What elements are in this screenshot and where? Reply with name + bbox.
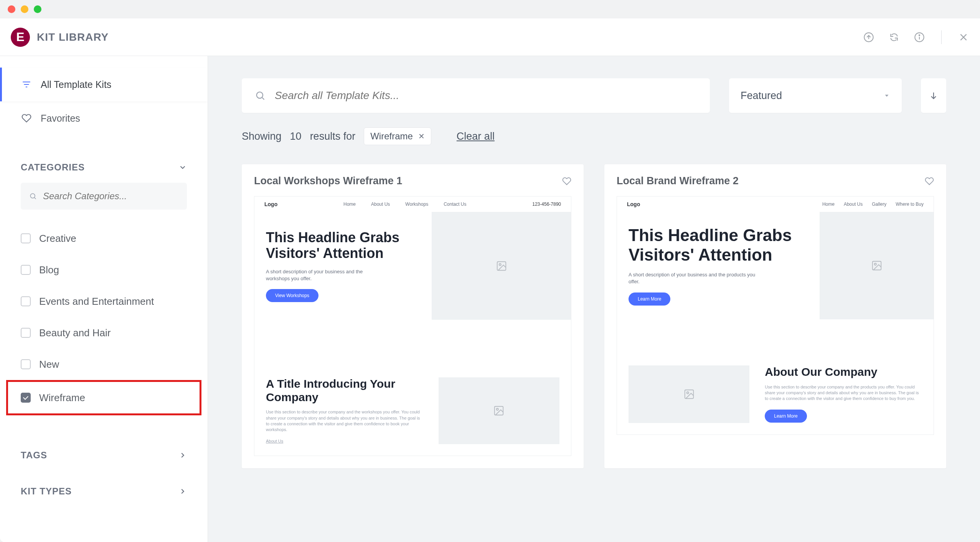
- kits-grid: Local Workshops Wireframe 1 Logo Home Ab…: [242, 164, 946, 468]
- results-summary: Showing 10 results for Wireframe ✕ Clear…: [242, 127, 946, 145]
- category-label: Blog: [39, 264, 59, 276]
- tags-label: TAGS: [21, 450, 47, 461]
- wf-sub: A short description of your business and…: [629, 271, 767, 285]
- wf-sub: A short description of your business and…: [266, 268, 381, 282]
- nav-label: Favorites: [41, 113, 80, 124]
- wf-paragraph: Use this section to describe your compan…: [765, 384, 922, 402]
- traffic-lights: [8, 5, 41, 13]
- upload-icon[interactable]: [863, 31, 874, 43]
- titlebar: [0, 0, 980, 18]
- wf-navlinks: Home About Us Workshops Contact Us: [343, 202, 467, 207]
- wf-section-about: About Our Company Use this section to de…: [617, 354, 934, 435]
- wf-button: View Workshops: [266, 289, 318, 302]
- close-icon[interactable]: [958, 31, 969, 43]
- maximize-window-button[interactable]: [34, 5, 41, 13]
- category-events[interactable]: Events and Entertainment: [0, 286, 208, 317]
- refresh-icon[interactable]: [888, 31, 900, 43]
- results-count: 10: [290, 131, 302, 142]
- checkbox[interactable]: [21, 265, 31, 275]
- search-kits[interactable]: [242, 78, 710, 113]
- category-label: Events and Entertainment: [39, 296, 154, 307]
- categories-header[interactable]: CATEGORIES: [0, 162, 208, 173]
- nav-favorites[interactable]: Favorites: [0, 101, 208, 135]
- wf-image-placeholder: [439, 377, 559, 444]
- wf-logo: Logo: [627, 201, 640, 207]
- wf-navlink: Home: [343, 202, 356, 207]
- search-kits-input[interactable]: [275, 89, 697, 102]
- category-creative[interactable]: Creative: [0, 223, 208, 254]
- kit-card[interactable]: Local Workshops Wireframe 1 Logo Home Ab…: [242, 164, 584, 468]
- results-prefix: Showing: [242, 131, 282, 142]
- wf-nav: Logo Home About Us Workshops Contact Us …: [254, 197, 571, 212]
- svg-marker-13: [885, 95, 889, 97]
- tags-header[interactable]: TAGS: [0, 450, 208, 461]
- category-label: Creative: [39, 233, 76, 245]
- card-header: Local Workshops Wireframe 1: [242, 164, 584, 196]
- wf-spacer: [617, 319, 934, 354]
- wf-about-text: A Title Introducing Your Company Use thi…: [266, 377, 423, 444]
- wf-nav: Logo Home About Us Gallery Where to Buy: [617, 197, 934, 212]
- checkbox[interactable]: [21, 359, 31, 369]
- nav-all-template-kits[interactable]: All Template Kits: [0, 68, 208, 101]
- svg-point-11: [257, 92, 263, 98]
- checkbox[interactable]: [21, 328, 31, 338]
- checkbox[interactable]: [21, 233, 31, 243]
- results-mid: results for: [310, 131, 356, 142]
- svg-point-22: [686, 392, 688, 394]
- category-beauty[interactable]: Beauty and Hair: [0, 317, 208, 349]
- svg-line-12: [262, 97, 264, 99]
- chip-remove-icon[interactable]: ✕: [418, 132, 425, 141]
- category-blog[interactable]: Blog: [0, 254, 208, 286]
- wf-navlink: Gallery: [872, 202, 886, 207]
- wf-headline: This Headline Grabs Visitors' Attention: [266, 230, 420, 261]
- app-window: E KIT LIBRARY All Template: [0, 0, 980, 542]
- minimize-window-button[interactable]: [21, 5, 28, 13]
- wf-navlink: Where to Buy: [896, 202, 924, 207]
- wf-navlink: Contact Us: [444, 202, 466, 207]
- header-actions: [863, 30, 969, 44]
- search-categories-input[interactable]: [43, 191, 178, 202]
- svg-point-3: [919, 35, 920, 35]
- category-new[interactable]: New: [0, 349, 208, 380]
- favorite-icon[interactable]: [562, 177, 571, 186]
- kit-card[interactable]: Local Brand Wireframe 2 Logo Home About …: [604, 164, 946, 468]
- top-controls: Featured: [242, 78, 946, 113]
- category-label: Beauty and Hair: [39, 327, 111, 339]
- favorite-icon[interactable]: [925, 177, 934, 186]
- chevron-right-icon: [178, 487, 187, 496]
- search-categories[interactable]: [21, 183, 187, 210]
- sort-dropdown[interactable]: Featured: [729, 78, 902, 113]
- kit-types-header[interactable]: KIT TYPES: [0, 486, 208, 497]
- caret-down-icon: [883, 92, 890, 99]
- wf-h2: About Our Company: [765, 365, 922, 379]
- close-window-button[interactable]: [8, 5, 15, 13]
- header-divider: [941, 30, 942, 44]
- app-header: E KIT LIBRARY: [0, 18, 980, 56]
- sort-value: Featured: [741, 90, 782, 102]
- category-label: Wireframe: [39, 392, 85, 404]
- wf-hero: This Headline Grabs Visitors' Attention …: [254, 212, 571, 320]
- svg-line-10: [35, 198, 36, 199]
- heart-icon: [21, 112, 32, 124]
- wf-navlink: About Us: [371, 202, 390, 207]
- sort-direction-button[interactable]: [921, 78, 946, 113]
- wf-about-text: About Our Company Use this section to de…: [765, 365, 922, 423]
- wf-phone: 123-456-7890: [532, 202, 561, 207]
- wf-navlink: About Us: [844, 202, 863, 207]
- card-title: Local Brand Wireframe 2: [617, 175, 739, 187]
- wf-spacer: [254, 320, 571, 366]
- filter-chip-wireframe: Wireframe ✕: [364, 127, 431, 145]
- wireframe-preview: Logo Home About Us Workshops Contact Us …: [254, 196, 571, 456]
- wf-link: About Us: [266, 438, 423, 444]
- kit-types-label: KIT TYPES: [21, 486, 72, 497]
- info-icon[interactable]: [914, 31, 925, 43]
- app-title: KIT LIBRARY: [37, 31, 109, 43]
- checkbox[interactable]: [21, 296, 31, 306]
- svg-point-16: [499, 263, 501, 265]
- category-wireframe[interactable]: Wireframe: [6, 380, 201, 415]
- checkbox-checked[interactable]: [21, 393, 31, 403]
- clear-all-link[interactable]: Clear all: [457, 131, 495, 142]
- wf-logo: Logo: [264, 201, 277, 207]
- app-logo: E: [11, 28, 30, 47]
- search-icon: [29, 192, 37, 200]
